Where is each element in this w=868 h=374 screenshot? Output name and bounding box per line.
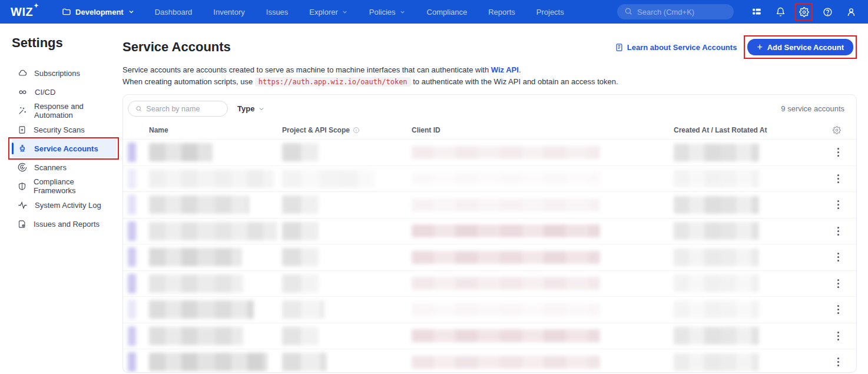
sidebar-item-label: Scanners [34,163,67,172]
search-icon [135,105,142,112]
redacted-name [149,196,249,214]
table-row [123,270,856,297]
row-actions-kebab-icon[interactable] [833,358,843,366]
redacted-name [149,170,274,188]
plus-icon: + [757,42,762,52]
nav-item-reports[interactable]: Reports [488,8,515,16]
redacted-created-at [674,196,759,214]
table-settings-gear-icon[interactable] [833,126,856,134]
row-actions-kebab-icon[interactable] [833,200,843,209]
redacted-name [149,248,242,266]
table-search[interactable] [128,101,228,117]
project-switcher[interactable]: Development [62,7,135,16]
sidebar-item-label: Service Accounts [34,144,98,153]
sidebar-item-issues-and-reports[interactable]: Issues and Reports [12,214,117,233]
table-row [123,349,856,373]
activity-icon [18,200,28,210]
redacted-avatar [128,247,136,267]
redacted-scope [282,248,319,266]
nav-item-compliance[interactable]: Compliance [427,8,468,16]
table-row [123,191,856,218]
redacted-avatar [128,300,136,319]
sidebar-item-response-automation[interactable]: Response and Automation [12,101,117,120]
row-actions-kebab-icon[interactable] [833,174,843,183]
redacted-name [149,353,268,371]
redacted-created-at [674,301,759,319]
sidebar-item-label: Security Scans [34,125,85,134]
sidebar-item-security-scans[interactable]: Security Scans [12,120,117,139]
nav-item-inventory[interactable]: Inventory [213,8,244,16]
redacted-created-at [674,274,759,292]
sidebar-item-subscriptions[interactable]: Subscriptions [12,64,117,82]
settings-gear-icon[interactable] [795,3,813,21]
search-icon [624,7,632,17]
redacted-client-id [412,303,600,316]
description-line-1: Service accounts are accounts created to… [122,65,857,75]
book-icon [615,43,624,52]
nav-item-policies[interactable]: Policies [369,8,406,16]
table-row [123,296,856,323]
redacted-scope [282,222,319,240]
sidebar-item-scanners[interactable]: Scanners [12,158,117,177]
table-search-input[interactable] [146,105,220,113]
add-service-account-button[interactable]: + Add Service Account [747,39,853,55]
sidebar-item-label: Response and Automation [34,102,117,120]
service-accounts-table-card: Type 9 service accounts Name Project & A… [122,94,857,373]
redacted-name [149,274,243,293]
global-search-input[interactable] [637,8,727,16]
shield-icon [18,182,26,191]
nav-item-dashboard[interactable]: Dashboard [155,8,193,16]
redacted-name [149,327,243,345]
redacted-client-id [412,356,600,369]
chevron-down-icon [342,9,348,15]
project-switcher-label: Development [75,8,124,16]
column-header-created-at: Created At / Last Rotated At [674,126,833,134]
learn-about-service-accounts-link[interactable]: Learn about Service Accounts [615,43,737,52]
wiz-api-link[interactable]: Wiz API [491,65,519,74]
wiz-logo[interactable]: WIZ✦ [11,5,38,19]
redacted-scope [282,327,319,345]
table-row [123,218,856,244]
row-actions-kebab-icon[interactable] [833,227,843,236]
sidebar-item-service-accounts[interactable]: Service Accounts [12,139,117,158]
infinity-icon [18,87,28,97]
top-navigation-bar: WIZ✦ Development Dashboard Inventory Iss… [0,0,868,24]
redacted-avatar [128,352,136,372]
cloud-icon [18,68,27,78]
row-actions-kebab-icon[interactable] [833,332,843,340]
global-search[interactable] [617,4,734,19]
notifications-bell-icon[interactable] [771,3,789,21]
row-actions-kebab-icon[interactable] [833,305,843,314]
sidebar-item-label: Subscriptions [34,69,80,78]
sidebar-item-system-activity-log[interactable]: System Activity Log [12,196,117,214]
row-actions-kebab-icon[interactable] [833,148,843,157]
sidebar-item-label: Compliance Frameworks [34,177,117,195]
redacted-avatar [128,274,136,293]
sidebar-item-label: Issues and Reports [34,220,100,229]
sidebar-title: Settings [12,35,122,51]
redacted-avatar [128,221,136,241]
user-icon[interactable] [842,3,860,21]
description-line-2: When creating automation scripts, use ht… [122,77,857,87]
list-icon[interactable] [748,3,766,21]
primary-nav: Dashboard Inventory Issues Explorer Poli… [155,8,564,16]
sidebar-item-cicd[interactable]: CI/CD [12,82,117,101]
nav-item-explorer[interactable]: Explorer [309,8,347,16]
row-actions-kebab-icon[interactable] [833,253,843,262]
row-actions-kebab-icon[interactable] [833,279,843,288]
redacted-name [149,222,277,240]
nav-item-issues[interactable]: Issues [266,8,289,16]
table-row [123,244,856,270]
table-row [123,139,856,166]
nav-item-projects[interactable]: Projects [536,8,564,16]
redacted-avatar [128,169,136,188]
redacted-scope [282,170,375,188]
type-filter-dropdown[interactable]: Type [237,104,265,113]
page-title: Service Accounts [122,39,231,55]
info-icon [353,127,360,134]
table-row [123,323,856,349]
redacted-created-at [674,327,759,345]
redacted-client-id [412,329,600,342]
help-icon[interactable] [819,3,836,21]
sidebar-item-compliance-frameworks[interactable]: Compliance Frameworks [12,177,117,196]
